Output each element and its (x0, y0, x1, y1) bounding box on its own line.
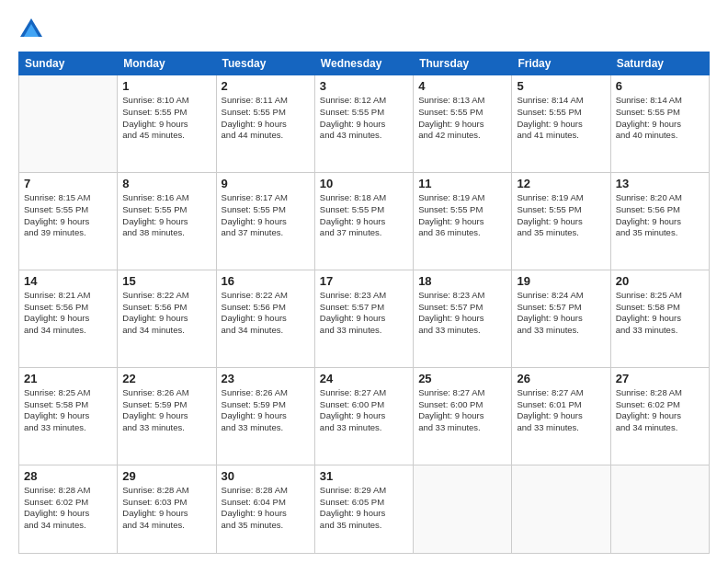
calendar-cell: 29Sunrise: 8:28 AMSunset: 6:03 PMDayligh… (118, 465, 216, 553)
day-info: Sunrise: 8:26 AMSunset: 5:59 PMDaylight:… (122, 387, 210, 434)
calendar-cell: 19Sunrise: 8:24 AMSunset: 5:57 PMDayligh… (512, 270, 610, 367)
calendar-cell: 8Sunrise: 8:16 AMSunset: 5:55 PMDaylight… (118, 172, 216, 270)
day-info: Sunrise: 8:25 AMSunset: 5:58 PMDaylight:… (24, 387, 112, 434)
day-number: 12 (517, 177, 605, 190)
day-info: Sunrise: 8:23 AMSunset: 5:57 PMDaylight:… (418, 290, 506, 337)
day-number: 19 (517, 274, 605, 288)
day-info: Sunrise: 8:28 AMSunset: 6:04 PMDaylight:… (222, 485, 310, 532)
calendar-cell: 17Sunrise: 8:23 AMSunset: 5:57 PMDayligh… (314, 270, 413, 367)
calendar-cell: 14Sunrise: 8:21 AMSunset: 5:56 PMDayligh… (19, 270, 118, 367)
calendar-cell: 11Sunrise: 8:19 AMSunset: 5:55 PMDayligh… (414, 172, 512, 270)
day-number: 5 (517, 79, 605, 93)
day-info: Sunrise: 8:13 AMSunset: 5:55 PMDaylight:… (418, 95, 506, 142)
logo-icon (18, 17, 44, 42)
day-number: 28 (24, 469, 112, 483)
day-number: 24 (320, 372, 408, 385)
day-info: Sunrise: 8:19 AMSunset: 5:55 PMDaylight:… (418, 192, 506, 239)
day-number: 15 (122, 274, 210, 288)
calendar-table: SundayMondayTuesdayWednesdayThursdayFrid… (18, 52, 710, 554)
day-info: Sunrise: 8:18 AMSunset: 5:55 PMDaylight:… (320, 192, 408, 239)
calendar-cell: 2Sunrise: 8:11 AMSunset: 5:55 PMDaylight… (216, 75, 314, 173)
day-number: 1 (122, 79, 210, 93)
day-info: Sunrise: 8:29 AMSunset: 6:05 PMDaylight:… (320, 485, 408, 532)
day-number: 8 (122, 177, 210, 190)
calendar-cell: 24Sunrise: 8:27 AMSunset: 6:00 PMDayligh… (314, 367, 413, 465)
calendar-cell: 28Sunrise: 8:28 AMSunset: 6:02 PMDayligh… (19, 465, 118, 553)
day-number: 2 (222, 79, 310, 93)
day-number: 21 (24, 372, 112, 385)
day-info: Sunrise: 8:14 AMSunset: 5:55 PMDaylight:… (616, 95, 704, 142)
day-number: 13 (616, 177, 704, 190)
calendar-cell: 31Sunrise: 8:29 AMSunset: 6:05 PMDayligh… (314, 465, 413, 553)
day-number: 29 (122, 469, 210, 483)
day-info: Sunrise: 8:27 AMSunset: 6:00 PMDaylight:… (320, 387, 408, 434)
day-number: 20 (616, 274, 704, 288)
day-number: 17 (320, 274, 408, 288)
day-info: Sunrise: 8:20 AMSunset: 5:56 PMDaylight:… (616, 192, 704, 239)
calendar-cell: 26Sunrise: 8:27 AMSunset: 6:01 PMDayligh… (512, 367, 610, 465)
day-number: 26 (517, 372, 605, 385)
calendar-cell: 3Sunrise: 8:12 AMSunset: 5:55 PMDaylight… (314, 75, 413, 173)
day-info: Sunrise: 8:28 AMSunset: 6:02 PMDaylight:… (24, 485, 112, 532)
calendar-cell: 18Sunrise: 8:23 AMSunset: 5:57 PMDayligh… (414, 270, 512, 367)
calendar-cell: 6Sunrise: 8:14 AMSunset: 5:55 PMDaylight… (610, 75, 709, 173)
calendar-cell (610, 465, 709, 553)
day-info: Sunrise: 8:27 AMSunset: 6:00 PMDaylight:… (418, 387, 506, 434)
calendar-cell: 10Sunrise: 8:18 AMSunset: 5:55 PMDayligh… (314, 172, 413, 270)
day-info: Sunrise: 8:12 AMSunset: 5:55 PMDaylight:… (320, 95, 408, 142)
calendar-cell: 7Sunrise: 8:15 AMSunset: 5:55 PMDaylight… (19, 172, 118, 270)
day-number: 16 (222, 274, 310, 288)
day-number: 9 (222, 177, 310, 190)
day-info: Sunrise: 8:23 AMSunset: 5:57 PMDaylight:… (320, 290, 408, 337)
weekday-header: Saturday (610, 52, 709, 75)
calendar-cell: 25Sunrise: 8:27 AMSunset: 6:00 PMDayligh… (414, 367, 512, 465)
calendar-cell: 15Sunrise: 8:22 AMSunset: 5:56 PMDayligh… (118, 270, 216, 367)
weekday-header: Thursday (414, 52, 512, 75)
day-info: Sunrise: 8:28 AMSunset: 6:02 PMDaylight:… (616, 387, 704, 434)
calendar-cell: 1Sunrise: 8:10 AMSunset: 5:55 PMDaylight… (118, 75, 216, 173)
calendar-cell: 23Sunrise: 8:26 AMSunset: 5:59 PMDayligh… (216, 367, 314, 465)
day-number: 11 (418, 177, 506, 190)
day-number: 30 (222, 469, 310, 483)
day-number: 31 (320, 469, 408, 483)
day-info: Sunrise: 8:19 AMSunset: 5:55 PMDaylight:… (517, 192, 605, 239)
day-info: Sunrise: 8:22 AMSunset: 5:56 PMDaylight:… (222, 290, 310, 337)
weekday-header: Wednesday (314, 52, 413, 75)
day-number: 4 (418, 79, 506, 93)
page: SundayMondayTuesdayWednesdayThursdayFrid… (0, 0, 728, 563)
calendar-cell: 4Sunrise: 8:13 AMSunset: 5:55 PMDaylight… (414, 75, 512, 173)
day-number: 22 (122, 372, 210, 385)
calendar-cell (512, 465, 610, 553)
day-info: Sunrise: 8:21 AMSunset: 5:56 PMDaylight:… (24, 290, 112, 337)
calendar-cell (414, 465, 512, 553)
calendar-cell: 13Sunrise: 8:20 AMSunset: 5:56 PMDayligh… (610, 172, 709, 270)
day-number: 18 (418, 274, 506, 288)
weekday-header: Tuesday (216, 52, 314, 75)
day-info: Sunrise: 8:25 AMSunset: 5:58 PMDaylight:… (616, 290, 704, 337)
day-info: Sunrise: 8:27 AMSunset: 6:01 PMDaylight:… (517, 387, 605, 434)
day-info: Sunrise: 8:17 AMSunset: 5:55 PMDaylight:… (222, 192, 310, 239)
calendar-cell: 16Sunrise: 8:22 AMSunset: 5:56 PMDayligh… (216, 270, 314, 367)
weekday-header: Friday (512, 52, 610, 75)
calendar-cell: 9Sunrise: 8:17 AMSunset: 5:55 PMDaylight… (216, 172, 314, 270)
day-number: 14 (24, 274, 112, 288)
day-info: Sunrise: 8:22 AMSunset: 5:56 PMDaylight:… (122, 290, 210, 337)
day-number: 23 (222, 372, 310, 385)
day-info: Sunrise: 8:15 AMSunset: 5:55 PMDaylight:… (24, 192, 112, 239)
day-number: 10 (320, 177, 408, 190)
day-number: 7 (24, 177, 112, 190)
header (18, 17, 710, 42)
day-info: Sunrise: 8:10 AMSunset: 5:55 PMDaylight:… (122, 95, 210, 142)
day-number: 6 (616, 79, 704, 93)
calendar-cell: 12Sunrise: 8:19 AMSunset: 5:55 PMDayligh… (512, 172, 610, 270)
day-number: 25 (418, 372, 506, 385)
calendar-cell: 22Sunrise: 8:26 AMSunset: 5:59 PMDayligh… (118, 367, 216, 465)
day-number: 3 (320, 79, 408, 93)
calendar-cell: 27Sunrise: 8:28 AMSunset: 6:02 PMDayligh… (610, 367, 709, 465)
day-info: Sunrise: 8:28 AMSunset: 6:03 PMDaylight:… (122, 485, 210, 532)
weekday-header: Monday (118, 52, 216, 75)
calendar-cell: 20Sunrise: 8:25 AMSunset: 5:58 PMDayligh… (610, 270, 709, 367)
logo (18, 17, 48, 42)
day-number: 27 (616, 372, 704, 385)
day-info: Sunrise: 8:24 AMSunset: 5:57 PMDaylight:… (517, 290, 605, 337)
